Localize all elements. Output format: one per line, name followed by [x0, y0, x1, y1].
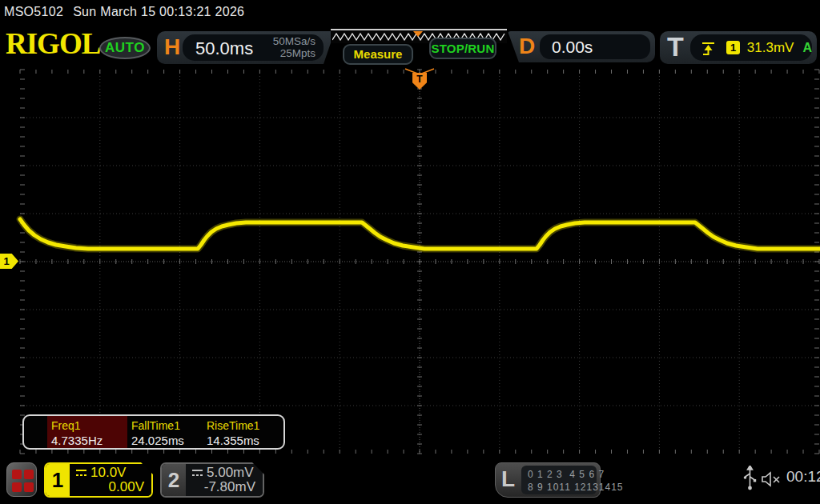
- trigger-label: T: [667, 31, 684, 62]
- model-name: MSO5102: [4, 5, 63, 18]
- channel2-offset: -7.80mV: [204, 479, 255, 495]
- dc-coupling-icon: [75, 469, 87, 478]
- memory-depth: 25Mpts: [273, 48, 316, 60]
- red-square-icon: [12, 482, 22, 492]
- trigger-display: 1 31.3mV A: [690, 34, 812, 61]
- bottom-bar: 1 10.0V 0.00V 2: [0, 456, 820, 504]
- waveform-display-area[interactable]: T 1 Freq1 4.7335Hz FallTime1 24.025ms Ri…: [0, 68, 820, 454]
- channel2-values: 5.00mV -7.80mV: [186, 464, 263, 496]
- measurement-label: RiseTime1: [207, 419, 259, 432]
- delay-box[interactable]: D 0.00s: [508, 31, 655, 62]
- trigger-source-badge: 1: [726, 41, 739, 54]
- trigger-sweep-mode: A: [802, 41, 812, 55]
- datetime: Sun March 15 00:13:21 2026: [73, 5, 244, 18]
- trigger-level-value: 31.3mV: [747, 40, 794, 56]
- red-square-icon: [12, 470, 22, 479]
- speaker-muted-icon[interactable]: [761, 470, 783, 489]
- measurement-label: FallTime1: [131, 419, 180, 432]
- header-bar: RIGOL AUTO H 50.0ms 50MSa/s 25Mpts Measu…: [0, 24, 820, 68]
- delay-label: D: [519, 34, 535, 59]
- logic-row1: 0 1 2 3 4 5 6 7: [528, 469, 605, 480]
- sample-rate-memory: 50MSa/s 25Mpts: [273, 36, 316, 59]
- channel2-scale: 5.00mV: [191, 465, 254, 481]
- measurement-panel[interactable]: Freq1 4.7335Hz FallTime1 24.025ms RiseTi…: [22, 414, 285, 450]
- usb-icon: [743, 466, 757, 493]
- red-square-icon: [24, 470, 34, 479]
- delay-display: 0.00s: [540, 34, 650, 59]
- channel2-scale-value: 5.00mV: [207, 465, 254, 481]
- rigol-logo: RIGOL: [6, 26, 103, 59]
- logic-label: L: [501, 466, 515, 492]
- channel1-number[interactable]: 1: [46, 464, 70, 496]
- channel1-badge[interactable]: 1 10.0V 0.00V: [44, 462, 153, 498]
- channel2-number[interactable]: 2: [162, 464, 186, 496]
- channel2-badge[interactable]: 2 5.00mV -7.80mV: [160, 462, 264, 498]
- red-square-icon: [24, 482, 34, 492]
- graticule-and-trace: [0, 68, 820, 454]
- logic-analyzer-badge[interactable]: L 0 1 2 3 4 5 6 78 9 1011 12131415: [495, 462, 601, 498]
- horizontal-label: H: [164, 34, 180, 60]
- timebase-value: 50.0ms: [195, 38, 253, 59]
- preview-trigger-marker-icon[interactable]: [413, 31, 423, 37]
- acquisition-mode-badge[interactable]: AUTO: [99, 37, 151, 59]
- measurement-value: 4.7335Hz: [51, 434, 102, 447]
- timebase-display: 50.0ms 50MSa/s 25Mpts: [183, 34, 324, 61]
- channel-menu-button[interactable]: [6, 462, 37, 497]
- channel1-offset: 0.00V: [109, 479, 144, 495]
- delay-value: 0.00s: [552, 38, 593, 57]
- measure-button[interactable]: Measure: [343, 44, 413, 65]
- horizontal-timebase-box[interactable]: H 50.0ms 50MSa/s 25Mpts: [157, 31, 335, 64]
- oscilloscope-screen: MSO5102Sun March 15 00:13:21 2026 RIGOL …: [0, 0, 820, 504]
- measurement-value: 24.025ms: [131, 434, 184, 447]
- measurement-value: 14.355ms: [207, 434, 259, 447]
- logic-row2: 8 9 1011 12131415: [528, 482, 624, 493]
- rising-edge-icon: [701, 40, 715, 56]
- channel1-scale: 10.0V: [75, 465, 126, 481]
- status-bar: MSO5102Sun March 15 00:13:21 2026: [0, 0, 820, 24]
- sample-rate: 50MSa/s: [273, 36, 316, 48]
- stop-run-button[interactable]: STOP/RUN: [429, 38, 496, 59]
- dc-coupling-icon: [191, 469, 203, 478]
- channel1-values: 10.0V 0.00V: [70, 464, 151, 496]
- system-clock: 00:12: [786, 468, 820, 486]
- channel1-scale-value: 10.0V: [90, 465, 126, 481]
- trigger-box[interactable]: T 1 31.3mV A: [660, 31, 817, 64]
- measurement-label: Freq1: [51, 419, 81, 432]
- logic-channels: 0 1 2 3 4 5 6 78 9 1011 12131415: [521, 466, 597, 494]
